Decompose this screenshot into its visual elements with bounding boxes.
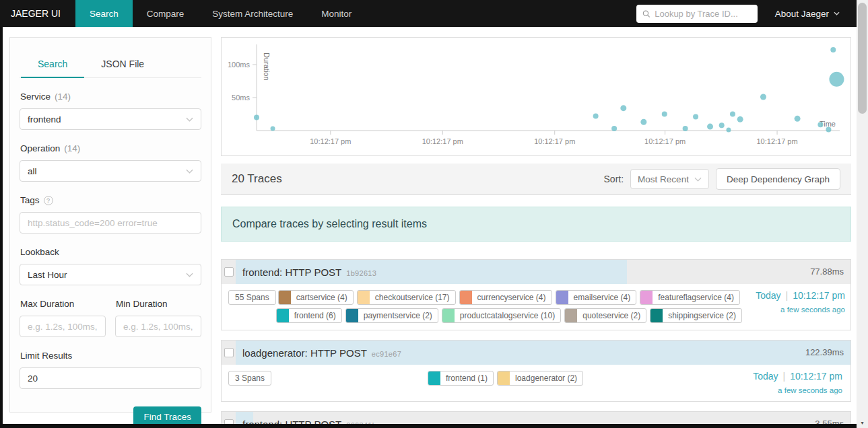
trace-scatter-point[interactable] <box>826 127 831 133</box>
max-duration-input[interactable] <box>20 316 106 337</box>
sort-select[interactable]: Most Recent <box>630 169 709 189</box>
chevron-down-icon <box>186 169 193 174</box>
trace-scatter-point[interactable] <box>593 113 599 118</box>
trace-scatter-point[interactable] <box>683 126 688 131</box>
service-select[interactable]: frontend <box>20 108 201 130</box>
search-panel-tabs: Search JSON File <box>20 52 201 78</box>
trace-scatter-point[interactable] <box>830 47 836 52</box>
trace-scatter-point[interactable] <box>760 94 766 100</box>
nav-item-monitor[interactable]: Monitor <box>307 0 366 27</box>
timestamp-divider: | <box>786 290 789 301</box>
trace-scatter-point[interactable] <box>693 114 698 119</box>
tags-input[interactable] <box>20 212 201 234</box>
app-body: Search JSON File Service(14) frontend Op… <box>3 27 857 424</box>
trace-scatter-point[interactable] <box>640 119 646 125</box>
trace-age: a few seconds ago <box>742 306 845 314</box>
help-icon[interactable]: ? <box>44 196 53 205</box>
trace-date[interactable]: Today <box>756 290 780 301</box>
trace-select-checkbox[interactable] <box>224 419 234 424</box>
chevron-down-icon <box>694 177 702 182</box>
deep-dependency-graph-button[interactable]: Deep Dependency Graph <box>716 168 840 190</box>
svg-text:10:12:17 pm: 10:12:17 pm <box>310 137 351 145</box>
trace-scatter-point[interactable] <box>719 122 725 128</box>
trace-id: 066341b <box>346 421 376 425</box>
trace-card-header[interactable]: loadgenerator: HTTP POSTec91e67122.39ms <box>222 341 850 365</box>
trace-scatter-point[interactable] <box>730 112 735 117</box>
service-chip[interactable]: frontend (6) <box>276 308 342 323</box>
service-chip-label: currencyservice (4) <box>472 291 552 304</box>
lookback-select-value: Last Hour <box>28 270 67 280</box>
find-traces-button[interactable]: Find Traces <box>133 406 201 424</box>
operation-select[interactable]: all <box>20 160 201 182</box>
nav-item-system-architecture[interactable]: System Architecture <box>198 0 307 27</box>
svg-text:Duration: Duration <box>263 52 271 81</box>
trace-scatter-point[interactable] <box>707 124 713 130</box>
service-chip-label: cartservice (4) <box>291 291 353 304</box>
trace-title: frontend: HTTP POST066341b <box>242 419 376 425</box>
trace-age: a few seconds ago <box>739 386 842 394</box>
service-color-swatch <box>279 291 291 304</box>
trace-title: frontend: HTTP POST1b92613 <box>242 266 376 278</box>
trace-scatter-point[interactable] <box>662 112 667 117</box>
service-chip[interactable]: quoteservice (2) <box>564 308 646 323</box>
service-chip[interactable]: emailservice (4) <box>556 290 637 305</box>
tab-search[interactable]: Search <box>21 52 84 78</box>
service-chip[interactable]: frontend (1) <box>428 371 494 386</box>
search-icon <box>642 9 650 18</box>
nav-item-search[interactable]: Search <box>75 0 133 27</box>
trace-card-body: 55 Spanscartservice (4)checkoutservice (… <box>222 284 850 330</box>
service-color-swatch <box>565 309 577 322</box>
trace-scatter-point[interactable] <box>271 127 275 131</box>
service-chip[interactable]: paymentservice (2) <box>345 308 438 323</box>
service-chip-label: shippingservice (2) <box>663 309 741 322</box>
service-chip[interactable]: cartservice (4) <box>278 290 354 305</box>
trace-result-card[interactable]: frontend: HTTP POST066341b3.55ms <box>221 411 851 424</box>
trace-scatter-point[interactable] <box>611 126 617 131</box>
nav-right: About Jaeger <box>636 0 868 27</box>
trace-scatter-point[interactable] <box>737 116 743 122</box>
trace-scatter-point[interactable] <box>817 122 823 127</box>
lookback-select[interactable]: Last Hour <box>20 264 201 285</box>
service-chip[interactable]: productcatalogservice (10) <box>442 308 561 323</box>
trace-lookup-box[interactable] <box>636 5 758 23</box>
service-chip[interactable]: shippingservice (2) <box>650 308 742 323</box>
duration-scatterplot[interactable]: 50ms100ms10:12:17 pm10:12:17 pm10:12:17 … <box>221 37 851 156</box>
service-chip-label: checkoutservice (17) <box>370 291 455 304</box>
trace-scatter-point[interactable] <box>254 114 259 120</box>
service-chip[interactable]: currencyservice (4) <box>459 290 552 305</box>
trace-scatter-point[interactable] <box>620 105 626 111</box>
trace-timestamp: Today|10:12:17 pm <box>742 290 845 301</box>
nav-item-compare[interactable]: Compare <box>133 0 199 27</box>
service-chip-label: emailservice (4) <box>568 291 636 304</box>
tab-json-file[interactable]: JSON File <box>84 52 161 77</box>
trace-lookup-input[interactable] <box>655 9 751 19</box>
min-duration-input[interactable] <box>115 316 201 337</box>
trace-scatter-point[interactable] <box>726 128 731 133</box>
trace-scatter-point[interactable] <box>795 116 801 122</box>
service-color-swatch <box>498 371 510 385</box>
trace-result-card[interactable]: loadgenerator: HTTP POSTec91e67122.39ms3… <box>221 340 851 402</box>
results-column: 50ms100ms10:12:17 pm10:12:17 pm10:12:17 … <box>221 27 851 424</box>
limit-results-input[interactable] <box>20 367 201 389</box>
compare-traces-banner: Compare traces by selecting result items <box>221 207 851 242</box>
trace-card-header[interactable]: frontend: HTTP POST066341b3.55ms <box>222 412 850 424</box>
trace-result-card[interactable]: frontend: HTTP POST1b9261377.88ms55 Span… <box>221 259 851 330</box>
scrollbar-down-arrow[interactable]: ▾ <box>857 420 868 426</box>
svg-text:10:12:17 pm: 10:12:17 pm <box>422 137 463 145</box>
trace-select-checkbox[interactable] <box>224 267 234 277</box>
service-chip[interactable]: featureflagservice (4) <box>640 290 740 305</box>
search-panel: Search JSON File Service(14) frontend Op… <box>9 37 211 413</box>
svg-text:10:12:17 pm: 10:12:17 pm <box>756 137 797 145</box>
trace-card-header[interactable]: frontend: HTTP POST1b9261377.88ms <box>222 260 850 284</box>
trace-select-checkbox[interactable] <box>224 348 234 357</box>
scrollbar-thumb[interactable] <box>858 3 867 114</box>
about-jaeger-menu[interactable]: About Jaeger <box>775 9 840 19</box>
page-scrollbar[interactable]: ▾ <box>857 0 868 428</box>
service-chip[interactable]: checkoutservice (17) <box>357 290 456 305</box>
trace-scatter-point[interactable] <box>829 72 844 87</box>
trace-title: loadgenerator: HTTP POSTec91e67 <box>242 347 401 359</box>
service-chip[interactable]: loadgenerator (2) <box>497 371 583 386</box>
trace-date[interactable]: Today <box>753 371 778 382</box>
service-color-swatch <box>460 291 472 304</box>
service-color-swatch <box>428 371 440 385</box>
